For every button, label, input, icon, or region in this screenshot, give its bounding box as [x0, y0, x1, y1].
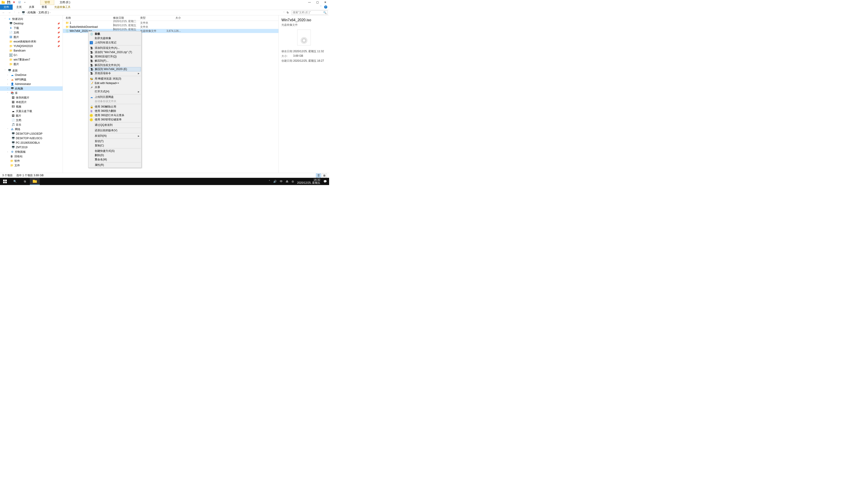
nav-pc4[interactable]: 🖥️ZMT2019	[0, 145, 63, 150]
ctx-mount[interactable]: 💿装载	[89, 32, 141, 36]
view-details-button[interactable]: ☰	[316, 173, 321, 177]
taskbar-clock[interactable]: 16:32 2020/12/25, 星期五	[297, 178, 320, 184]
nav-pictures-3[interactable]: 🖼图片	[0, 113, 63, 118]
nav-quick-access[interactable]: ˅★快速访问	[0, 17, 63, 21]
nav-yunqishi[interactable]: 📁YUNQISHI2019📌	[0, 44, 63, 48]
ctx-360-unlock[interactable]: 🔓使用 360解除占用	[89, 105, 141, 109]
view-thumbnails-button[interactable]: ⊞	[322, 173, 327, 177]
nav-pc2[interactable]: 🖥️DESKTOP-NJEU3CG	[0, 136, 63, 140]
nav-documents[interactable]: 📄文档📌	[0, 30, 63, 35]
nav-recycle-bin[interactable]: 🗑回收站	[0, 154, 63, 159]
nav-pc1[interactable]: 🖥️DESKTOP-LSSOEDP	[0, 131, 63, 136]
nav-pc3[interactable]: 🖥️PC-20190530OBLA	[0, 140, 63, 145]
ctx-notepadpp[interactable]: 📝Edit with Notepad++	[89, 81, 141, 85]
nav-local-photos[interactable]: 🖼本机照片	[0, 100, 63, 104]
help-icon[interactable]: ?	[324, 5, 327, 8]
nav-g-drive[interactable]: 💽G:\	[0, 53, 63, 57]
nav-pictures-2[interactable]: 📁图片	[0, 62, 63, 66]
col-size[interactable]: 大小	[163, 16, 181, 20]
nav-saved-pictures[interactable]: 🖼保存的图片	[0, 95, 63, 100]
col-name[interactable]: 名称	[66, 16, 113, 20]
taskbar-explorer[interactable]	[30, 178, 40, 185]
tab-share[interactable]: 共享	[25, 4, 38, 10]
ctx-extract-here[interactable]: 🗜解压到当前文件夹(X)	[89, 63, 141, 67]
qat-clear-icon[interactable]: ✕	[12, 0, 16, 4]
search-input[interactable]: 搜索"文档 (E:)" 🔍	[291, 10, 328, 15]
nav-back-button[interactable]: ←	[1, 11, 6, 14]
nav-libraries[interactable]: ˅📚库	[0, 91, 63, 95]
nav-downloads[interactable]: ⬇下载📌	[0, 26, 63, 30]
ctx-add-archive[interactable]: 🗜添加到压缩文件(A)...	[89, 46, 141, 50]
nav-forward-button[interactable]: →	[7, 11, 12, 14]
chevron-right-icon[interactable]: ›	[26, 11, 27, 14]
nav-win7reinstall[interactable]: 📁win7重装win7	[0, 57, 63, 62]
qat-save-icon[interactable]: 💾	[7, 0, 10, 4]
col-type[interactable]: 类型	[140, 16, 163, 20]
tray-overflow-icon[interactable]: ˄	[269, 180, 270, 183]
chevron-right-icon[interactable]: ›	[37, 11, 37, 14]
nav-bandicam[interactable]: 📁Bandicam	[0, 48, 63, 53]
ctx-baidu-upload[interactable]: ☁上传到百度网盘	[89, 95, 141, 99]
nav-desktop[interactable]: 🖥️Desktop📌	[0, 21, 63, 26]
chevron-right-icon[interactable]: ›	[50, 11, 51, 14]
ctx-copy[interactable]: 复制(C)	[89, 143, 141, 148]
nav-wps-cloud[interactable]: ›☁WPS网盘	[0, 77, 63, 82]
ctx-burn[interactable]: 刻录光盘映像	[89, 36, 141, 40]
volume-icon[interactable]: 🔊	[273, 180, 277, 183]
ctx-delete[interactable]: 删除(D)	[89, 153, 141, 158]
tab-view[interactable]: 查看	[38, 4, 51, 10]
ctx-extract-named[interactable]: 🗜解压到 Win7x64_2020\ (E)	[89, 67, 141, 71]
ctx-restore-previous[interactable]: 还原以前的版本(V)	[89, 128, 141, 133]
nav-music[interactable]: 🎵音乐	[0, 123, 63, 127]
ime-indicator[interactable]: 中	[280, 180, 283, 184]
address-history-dropdown[interactable]: ˅	[283, 11, 284, 13]
tab-disc-tools[interactable]: 光盘映像工具	[51, 4, 74, 10]
ctx-create-shortcut[interactable]: 创建快捷方式(S)	[89, 149, 141, 153]
network-icon[interactable]: 🖧	[286, 180, 288, 183]
ctx-properties[interactable]: 属性(R)	[89, 163, 141, 167]
bandicam-tray-icon[interactable]: ◎	[291, 180, 294, 183]
ribbon-context-tab[interactable]: 管理	[40, 0, 54, 5]
ctx-cut[interactable]: 剪切(T)	[89, 139, 141, 143]
ctx-bee-browser[interactable]: 🐝用 蜂蜜浏览器 浏览(3)	[89, 76, 141, 81]
nav-pictures[interactable]: 🖼图片📌	[0, 35, 63, 39]
ctx-open-360zip[interactable]: 🗜用360压缩打开(Q)	[89, 55, 141, 59]
minimize-button[interactable]: —	[308, 1, 311, 4]
ctx-360-manage-menu[interactable]: ✓使用 360管理右键菜单	[89, 118, 141, 122]
ctx-other-zip[interactable]: 🗜其他压缩命令▶	[89, 71, 141, 75]
nav-network[interactable]: ˅🖧网络	[0, 127, 63, 131]
nav-administrator[interactable]: ›👤Administrator	[0, 82, 63, 86]
ctx-open-with[interactable]: 打开方式(H)▶	[89, 90, 141, 94]
tab-file[interactable]: 文件	[0, 4, 13, 10]
nav-excel-folder[interactable]: 📁excel表格制作求和📌	[0, 39, 63, 44]
qat-dropdown-icon[interactable]: ▾	[23, 0, 27, 4]
nav-onedrive[interactable]: ›☁OneDrive	[0, 73, 63, 77]
ribbon-expand-icon[interactable]: ˅	[320, 5, 321, 9]
ctx-qq-send[interactable]: 通过QQ发送到	[89, 123, 141, 127]
close-button[interactable]: ✕	[324, 1, 327, 4]
crumb-location[interactable]: 文档 (E:)	[38, 11, 49, 14]
file-row[interactable]: 📁 BaiduNetdiskDownload2020/12/25, 星期五 1.…	[63, 25, 278, 29]
nav-software[interactable]: 📁软件	[0, 159, 63, 163]
qat-properties-icon[interactable]: ☑	[18, 0, 21, 4]
ctx-share[interactable]: ↗共享	[89, 85, 141, 90]
ctx-send-to[interactable]: 发送到(N)▶	[89, 134, 141, 138]
refresh-button[interactable]: ↻	[287, 11, 289, 14]
nav-files[interactable]: 📁文件	[0, 163, 63, 168]
tab-home[interactable]: 主页	[13, 4, 25, 10]
action-center-icon[interactable]: 💬	[323, 180, 327, 183]
start-button[interactable]	[0, 178, 10, 185]
ctx-add-zip[interactable]: 🗜添加到 "Win7x64_2020.zip" (T)	[89, 50, 141, 55]
nav-desktop-root[interactable]: ˅🖥️桌面	[0, 68, 63, 73]
ctx-360-trojan-scan[interactable]: ✓使用 360进行木马云查杀	[89, 113, 141, 118]
maximize-button[interactable]: ▢	[316, 1, 319, 4]
search-button[interactable]: 🔍	[10, 178, 20, 185]
task-view-button[interactable]: ⧉	[20, 178, 30, 185]
breadcrumb[interactable]: 🖥️ › 此电脑 › 文档 (E:) › ˅ ↻	[22, 11, 290, 14]
nav-recent-dropdown[interactable]: ˅	[13, 11, 16, 13]
nav-control-panel[interactable]: ›⚙控制面板	[0, 150, 63, 154]
crumb-thispc[interactable]: 此电脑	[28, 11, 36, 14]
nav-this-pc[interactable]: ›🖥️此电脑	[0, 86, 63, 91]
file-row[interactable]: 📁 12020/12/15, 星期二 1...文件夹	[63, 21, 278, 25]
nav-documents-3[interactable]: 📄文档	[0, 118, 63, 123]
